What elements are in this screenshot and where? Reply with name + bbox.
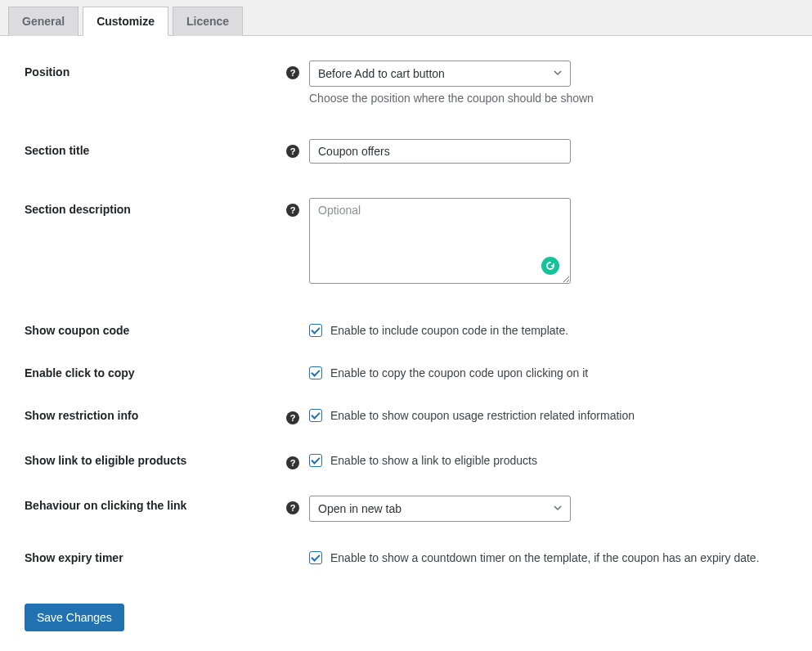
help-icon[interactable]: ?: [286, 456, 299, 469]
field-click-to-copy: Enable click to copy Enable to copy the …: [25, 363, 796, 379]
link-eligible-checkbox[interactable]: [309, 454, 322, 467]
show-coupon-code-label: Show coupon code: [25, 321, 286, 337]
click-to-copy-cb-label: Enable to copy the coupon code upon clic…: [330, 366, 588, 379]
position-label: Position: [25, 61, 286, 79]
restriction-info-checkbox[interactable]: [309, 409, 322, 422]
help-icon[interactable]: ?: [286, 411, 299, 424]
tab-licence[interactable]: Licence: [173, 7, 243, 36]
section-description-label: Section description: [25, 198, 286, 216]
expiry-timer-checkbox[interactable]: [309, 551, 322, 564]
grammarly-icon: [541, 257, 559, 275]
restriction-info-cb-label: Enable to show coupon usage restriction …: [330, 409, 635, 422]
expiry-timer-label: Show expiry timer: [25, 548, 286, 564]
click-to-copy-label: Enable click to copy: [25, 363, 286, 379]
expiry-timer-cb-label: Enable to show a countdown timer on the …: [330, 551, 760, 564]
field-show-coupon-code: Show coupon code Enable to include coupo…: [25, 321, 796, 337]
link-eligible-label: Show link to eligible products: [25, 451, 286, 467]
position-description: Choose the position where the coupon sho…: [309, 92, 796, 105]
content: Position ? Before Add to cart button Cho…: [0, 36, 812, 648]
field-link-eligible: Show link to eligible products ? Enable …: [25, 451, 796, 469]
section-title-input[interactable]: [309, 139, 571, 164]
position-select[interactable]: Before Add to cart button: [309, 61, 571, 87]
behaviour-link-label: Behaviour on clicking the link: [25, 496, 286, 512]
restriction-info-label: Show restriction info: [25, 406, 286, 422]
field-position: Position ? Before Add to cart button Cho…: [25, 61, 796, 105]
save-button[interactable]: Save Changes: [25, 604, 124, 631]
section-title-label: Section title: [25, 139, 286, 157]
tab-bar: General Customize Licence: [0, 0, 812, 36]
help-icon[interactable]: ?: [286, 204, 299, 217]
help-icon[interactable]: ?: [286, 501, 299, 514]
show-coupon-code-checkbox[interactable]: [309, 324, 322, 337]
behaviour-link-select[interactable]: Open in new tab: [309, 496, 571, 522]
show-coupon-code-cb-label: Enable to include coupon code in the tem…: [330, 324, 568, 337]
field-restriction-info: Show restriction info ? Enable to show c…: [25, 406, 796, 424]
field-section-description: Section description ?: [25, 198, 796, 286]
tab-customize[interactable]: Customize: [83, 7, 168, 36]
tab-general[interactable]: General: [8, 7, 79, 36]
link-eligible-cb-label: Enable to show a link to eligible produc…: [330, 454, 537, 467]
section-description-textarea[interactable]: [309, 198, 571, 284]
click-to-copy-checkbox[interactable]: [309, 366, 322, 379]
field-behaviour-link: Behaviour on clicking the link ? Open in…: [25, 496, 796, 522]
field-expiry-timer: Show expiry timer Enable to show a count…: [25, 548, 796, 564]
help-icon[interactable]: ?: [286, 66, 299, 79]
help-icon[interactable]: ?: [286, 145, 299, 158]
field-section-title: Section title ?: [25, 139, 796, 164]
